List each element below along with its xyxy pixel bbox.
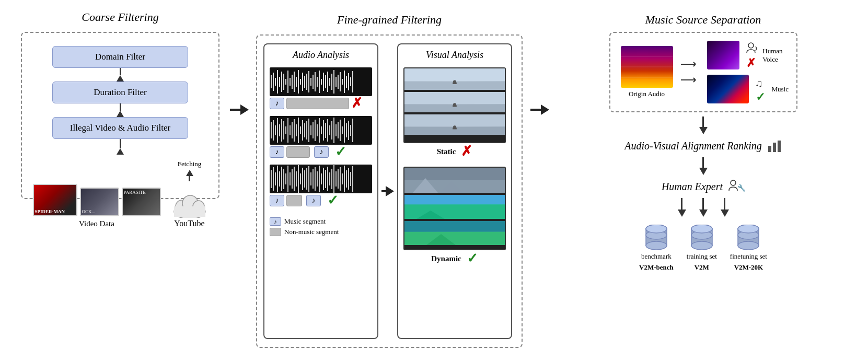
thick-arrowhead	[240, 104, 249, 115]
svg-point-164	[646, 225, 667, 233]
svg-rect-27	[315, 72, 316, 91]
svg-rect-54	[285, 126, 286, 134]
svg-rect-101	[298, 165, 299, 193]
svg-rect-79	[338, 122, 339, 138]
origin-audio-group: Origin Audio	[621, 46, 673, 98]
svg-rect-24	[308, 71, 309, 92]
audio-group-1: ♪ ✗	[270, 67, 372, 109]
svg-rect-52	[281, 119, 282, 142]
horiz-arrow-fm	[530, 104, 549, 115]
dataset-20k: finetuning set V2M-20K	[730, 225, 767, 272]
cloud-svg	[171, 192, 208, 218]
vert-to-expert	[702, 157, 704, 168]
svg-rect-53	[283, 121, 284, 139]
svg-rect-36	[333, 70, 334, 94]
static-film-strip: Love Letter	[403, 67, 506, 143]
svg-rect-93	[281, 167, 282, 191]
legend-nonmusic-icon	[270, 228, 281, 236]
svg-rect-147	[404, 221, 505, 232]
horiz-arrow-av	[381, 186, 394, 196]
db-svg-v2m	[689, 225, 715, 250]
arrowhead-20k	[721, 209, 729, 217]
static-group: Love Letter	[403, 67, 506, 158]
svg-rect-124	[346, 170, 347, 188]
static-label: Static	[437, 145, 456, 158]
legend-nonmusic-label: Non-music segment	[284, 228, 339, 236]
arrow-audio-visual	[383, 43, 393, 339]
svg-rect-157	[778, 141, 781, 152]
coarse-section: Coarse Filtering Domain Filter Duration …	[16, 10, 225, 350]
illegal-filter: Illegal Video & Audio Filter	[52, 117, 188, 139]
svg-rect-121	[340, 167, 341, 191]
frame-dyn-scene-3	[404, 221, 505, 245]
svg-rect-21	[302, 73, 303, 91]
arrow-to-voice	[681, 61, 699, 68]
music-accept-mark: ✓	[756, 91, 765, 103]
spec-grid	[621, 46, 673, 88]
svg-rect-102	[300, 173, 301, 184]
bar-chart-icon	[767, 138, 782, 153]
voice-spectrogram	[707, 41, 740, 69]
svg-rect-117	[331, 169, 332, 189]
frame-scene-2	[404, 92, 505, 112]
audio-group-2: ♪ ♪ ✓	[270, 116, 372, 158]
svg-rect-68	[315, 120, 316, 141]
arrow-voice-svg	[691, 61, 699, 68]
svg-rect-108	[313, 169, 314, 189]
parasite-thumbnail: PARASITE	[122, 188, 161, 216]
dataset-arrows-row	[678, 198, 729, 217]
coarse-filters: Domain Filter Duration Filter Illegal Vi…	[52, 46, 188, 155]
v2m-name: training set	[687, 252, 717, 261]
static-result-row: Static ✗	[437, 145, 473, 158]
nonmusic-seg-3a	[286, 195, 302, 206]
frame-scene-3	[404, 114, 505, 135]
ranking-row: Audio-Visual Alignment Ranking	[624, 138, 782, 153]
vert-fetching	[189, 176, 190, 181]
svg-rect-90	[275, 172, 276, 185]
arrowhead-v2m	[699, 209, 708, 217]
frame-dyn-scene-2	[404, 195, 505, 219]
svg-rect-50	[277, 118, 278, 143]
arrow-to-v2m	[699, 198, 708, 217]
svg-rect-82	[344, 118, 345, 143]
svg-rect-98	[292, 169, 293, 189]
svg-rect-14	[287, 71, 288, 93]
svg-rect-65	[308, 119, 309, 142]
thick-head-fm	[541, 104, 549, 115]
svg-rect-96	[287, 166, 288, 192]
svg-rect-48	[273, 120, 274, 141]
fine-title: Fine-grained Filtering	[337, 13, 442, 27]
svg-rect-44	[350, 77, 351, 86]
svg-rect-118	[333, 165, 334, 193]
arrowhead-up2	[117, 111, 124, 117]
svg-rect-128	[404, 68, 505, 81]
svg-rect-64	[306, 121, 307, 139]
coarse-dashed-box: Domain Filter Duration Filter Illegal Vi…	[21, 32, 219, 199]
fine-section: Fine-grained Filtering Audio Analysis	[253, 10, 525, 350]
svg-rect-84	[348, 121, 349, 140]
arrow-domain-to-duration	[117, 68, 124, 81]
svg-rect-135	[453, 105, 457, 107]
cloud-icon	[171, 192, 208, 218]
svg-rect-49	[275, 125, 276, 135]
arrowhead-up3	[117, 148, 124, 155]
waveform-svg-2	[270, 116, 372, 145]
db-icon-bench	[643, 225, 669, 250]
20k-id: V2M-20K	[734, 263, 763, 272]
note-icon-3b: ♪	[312, 196, 316, 205]
arrow-to-20k	[721, 198, 729, 217]
svg-point-167	[691, 241, 712, 250]
svg-rect-47	[271, 122, 272, 138]
music-result: ♫ ✓	[753, 75, 768, 103]
note-icon-2b: ♪	[320, 148, 323, 156]
line-to-voice	[681, 64, 691, 65]
svg-rect-39	[340, 72, 341, 91]
waveform-1	[270, 67, 372, 96]
svg-rect-71	[321, 126, 322, 134]
svg-rect-115	[327, 167, 328, 191]
frame-dynamic-2	[404, 194, 505, 220]
svg-rect-127	[352, 166, 353, 192]
connector-line3	[120, 139, 121, 148]
arrow-to-bench	[678, 198, 686, 217]
note-icon-3a: ♪	[275, 196, 279, 205]
